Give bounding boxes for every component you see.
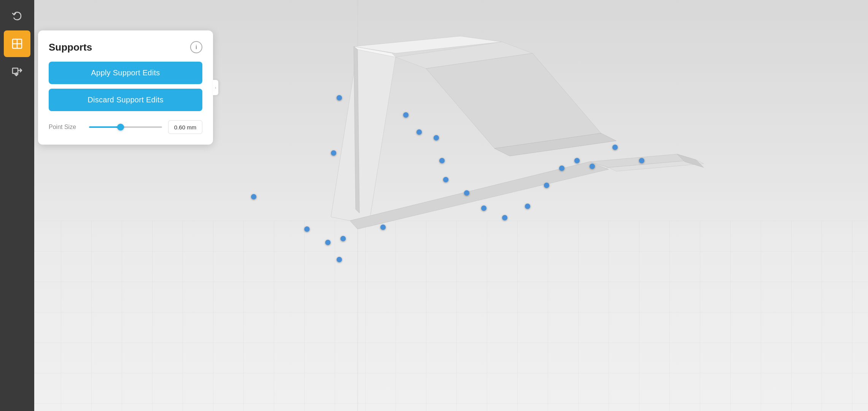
supports-button[interactable] <box>4 30 30 57</box>
point-size-label: Point Size <box>49 124 83 131</box>
model-svg <box>266 19 799 304</box>
supports-panel: Supports i Apply Support Edits Discard S… <box>38 30 213 145</box>
point-size-slider[interactable] <box>89 123 162 131</box>
move-icon <box>11 65 23 77</box>
support-dot[interactable] <box>325 240 331 245</box>
support-dot[interactable] <box>559 166 564 171</box>
support-dot[interactable] <box>331 150 336 156</box>
panel-title: Supports <box>49 41 92 53</box>
support-dot[interactable] <box>337 257 342 262</box>
support-dot[interactable] <box>502 215 507 220</box>
support-dot[interactable] <box>251 194 256 199</box>
discard-support-edits-button[interactable]: Discard Support Edits <box>49 89 202 111</box>
sidebar <box>0 0 34 411</box>
support-dot[interactable] <box>443 177 448 182</box>
slider-thumb[interactable] <box>117 124 124 131</box>
info-icon: i <box>196 44 197 50</box>
support-dot[interactable] <box>434 135 439 140</box>
support-dot[interactable] <box>544 183 549 188</box>
support-dot[interactable] <box>481 206 486 211</box>
support-dot[interactable] <box>574 158 580 163</box>
support-dot[interactable] <box>417 129 422 135</box>
support-dot[interactable] <box>403 112 409 118</box>
support-dot[interactable] <box>439 158 445 163</box>
move-button[interactable] <box>4 58 30 84</box>
svg-rect-16 <box>13 68 18 73</box>
undo-icon <box>11 10 23 22</box>
support-dot[interactable] <box>639 158 644 163</box>
support-dot[interactable] <box>464 190 469 196</box>
support-dot[interactable] <box>304 226 310 232</box>
undo-button[interactable] <box>4 3 30 30</box>
info-button[interactable]: i <box>190 41 202 53</box>
support-dot[interactable] <box>340 236 346 241</box>
panel-header: Supports i <box>49 41 202 53</box>
slider-track <box>89 126 162 128</box>
svg-marker-5 <box>426 53 601 148</box>
model-area <box>228 0 868 411</box>
support-dot[interactable] <box>612 145 618 150</box>
panel-collapse-arrow[interactable]: ‹ <box>213 80 218 95</box>
point-size-input[interactable] <box>168 120 202 134</box>
svg-marker-1 <box>331 49 396 225</box>
apply-support-edits-button[interactable]: Apply Support Edits <box>49 62 202 84</box>
supports-icon <box>11 38 23 50</box>
support-dot[interactable] <box>590 164 595 169</box>
point-size-row: Point Size <box>49 120 202 134</box>
support-dot[interactable] <box>525 204 530 209</box>
collapse-icon: ‹ <box>215 86 216 90</box>
support-dot[interactable] <box>380 225 386 230</box>
support-dot[interactable] <box>337 95 342 100</box>
svg-marker-10 <box>350 162 609 229</box>
